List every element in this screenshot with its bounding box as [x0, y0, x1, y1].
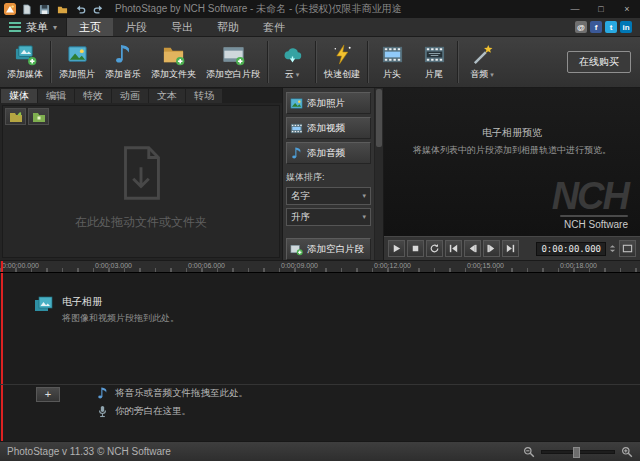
- panel-tab-text[interactable]: 文本: [149, 89, 185, 103]
- zoom-slider-thumb[interactable]: [573, 447, 580, 458]
- add-photo-button[interactable]: 添加照片: [286, 92, 371, 114]
- facebook-icon[interactable]: f: [590, 21, 602, 33]
- quick-create-button[interactable]: 快速创建: [319, 37, 365, 87]
- add-media-icon: [14, 43, 37, 66]
- add-audio-button[interactable]: 添加音频: [286, 142, 371, 164]
- main-menu-button[interactable]: 菜单 ▾: [0, 18, 67, 36]
- clip-actions-scrollbar[interactable]: [375, 88, 384, 260]
- zoom-in-icon[interactable]: [621, 446, 633, 458]
- timeline-ruler[interactable]: 0:00:00.000 0:00:03.000 0:00:06.000 0:00…: [0, 260, 640, 272]
- chevron-down-icon: ▾: [296, 71, 300, 79]
- undo-icon[interactable]: [73, 2, 88, 16]
- close-button[interactable]: ×: [614, 0, 640, 18]
- music-track[interactable]: 将音乐或音频文件拖拽至此处。: [96, 387, 248, 400]
- sort-field-select[interactable]: 名字 ▾: [286, 187, 371, 205]
- album-track-icon: [34, 295, 54, 315]
- add-blank-clip-button[interactable]: 添加空白片段: [201, 37, 265, 87]
- tab-clips[interactable]: 片段: [113, 18, 159, 36]
- photo-icon: [290, 97, 303, 110]
- toolbar-button-label: 片头: [383, 68, 401, 81]
- ruler-label: 0:00:09.000: [281, 262, 318, 269]
- new-project-icon[interactable]: [19, 2, 34, 16]
- add-folder-icon: [162, 43, 185, 66]
- cloud-button[interactable]: 云▾: [271, 37, 313, 87]
- album-track[interactable]: 电子相册 将图像和视频片段拖到此处。: [34, 295, 179, 325]
- hamburger-icon: [9, 22, 21, 32]
- drop-hint-text: 在此处拖动文件或文件夹: [75, 214, 207, 231]
- add-photos-button[interactable]: 添加照片: [54, 37, 100, 87]
- go-to-start-button[interactable]: [445, 240, 462, 257]
- toolbar-button-label: 快速创建: [324, 68, 360, 81]
- toolbar-button-label: 片尾: [425, 68, 443, 81]
- add-folder-button[interactable]: 添加文件夹: [146, 37, 201, 87]
- button-label: 添加视频: [307, 122, 345, 135]
- timeline-zoom-controls: [523, 446, 633, 458]
- tab-export[interactable]: 导出: [159, 18, 205, 36]
- add-blank-clip-small-button[interactable]: 添加空白片段: [286, 238, 371, 260]
- panel-tab-animation[interactable]: 动画: [112, 89, 148, 103]
- toolbar-separator: [367, 41, 369, 83]
- playhead[interactable]: [1, 273, 3, 441]
- button-label: 添加空白片段: [307, 243, 364, 256]
- add-photos-icon: [66, 43, 89, 66]
- panel-tab-media[interactable]: 媒体: [1, 89, 37, 103]
- twitter-icon[interactable]: t: [605, 21, 617, 33]
- stop-button[interactable]: [407, 240, 424, 257]
- sort-order-select[interactable]: 升序 ▾: [286, 208, 371, 226]
- add-video-button[interactable]: 添加视频: [286, 117, 371, 139]
- media-drop-zone[interactable]: 在此处拖动文件或文件夹: [3, 106, 279, 257]
- add-music-button[interactable]: 添加音乐: [100, 37, 146, 87]
- zoom-slider[interactable]: [541, 450, 615, 454]
- maximize-button[interactable]: □: [588, 0, 614, 18]
- redo-icon[interactable]: [91, 2, 106, 16]
- music-note-icon: [96, 387, 109, 400]
- panel-tab-effects[interactable]: 特效: [75, 89, 111, 103]
- credits-clip-button[interactable]: 片尾: [413, 37, 455, 87]
- credits-clip-icon: [423, 43, 446, 66]
- zoom-out-icon[interactable]: [523, 446, 535, 458]
- main-area: 媒体 编辑 特效 动画 文本 转场: [0, 88, 640, 260]
- buy-online-button[interactable]: 在线购买: [567, 51, 631, 73]
- quick-create-icon: [331, 43, 354, 66]
- save-icon[interactable]: [37, 2, 52, 16]
- microphone-icon: [96, 405, 109, 418]
- step-back-button[interactable]: [464, 240, 481, 257]
- timecode-spinner[interactable]: [608, 243, 617, 254]
- ruler-label: 0:00:03.000: [95, 262, 132, 269]
- tab-home[interactable]: 主页: [67, 18, 113, 36]
- fullscreen-button[interactable]: [619, 240, 636, 257]
- tab-help[interactable]: 帮助: [205, 18, 251, 36]
- add-track-button[interactable]: +: [36, 387, 60, 402]
- add-media-button[interactable]: 添加媒体: [2, 37, 48, 87]
- share-icon[interactable]: @: [575, 21, 587, 33]
- album-track-title: 电子相册: [62, 295, 179, 309]
- cloud-icon: [281, 43, 304, 66]
- ruler-label: 0:00:00.000: [2, 262, 39, 269]
- loop-button[interactable]: [426, 240, 443, 257]
- minimize-button[interactable]: —: [562, 0, 588, 18]
- preview-title: 电子相册预览: [384, 126, 640, 140]
- playhead-marker[interactable]: [1, 261, 3, 272]
- play-button[interactable]: [388, 240, 405, 257]
- audio-tools-button[interactable]: 音频▾: [461, 37, 503, 87]
- scrollbar-thumb[interactable]: [376, 89, 382, 147]
- go-to-end-button[interactable]: [502, 240, 519, 257]
- add-music-icon: [112, 43, 135, 66]
- photostage-window: PhotoStage by NCH Software - 未命名 - (未授权)…: [0, 0, 640, 461]
- preview-panel: 电子相册预览 将媒体列表中的片段添加到相册轨道中进行预览。 NCH NCH So…: [384, 88, 640, 260]
- linkedin-icon[interactable]: in: [620, 21, 632, 33]
- open-folder-icon[interactable]: [55, 2, 70, 16]
- window-controls: — □ ×: [562, 0, 640, 18]
- tab-suite[interactable]: 套件: [251, 18, 297, 36]
- album-track-hint: 将图像和视频片段拖到此处。: [62, 312, 179, 325]
- selected-value: 名字: [291, 190, 310, 203]
- step-forward-button[interactable]: [483, 240, 500, 257]
- panel-tab-edit[interactable]: 编辑: [38, 89, 74, 103]
- intro-clip-button[interactable]: 片头: [371, 37, 413, 87]
- button-label: 添加音频: [307, 147, 345, 160]
- panel-tab-transitions[interactable]: 转场: [186, 89, 222, 103]
- version-text: PhotoStage v 11.33 © NCH Software: [7, 446, 171, 457]
- narration-track[interactable]: 你的旁白在这里。: [96, 405, 191, 418]
- nch-watermark: NCH NCH Software: [552, 179, 628, 230]
- titlebar: PhotoStage by NCH Software - 未命名 - (未授权)…: [0, 0, 640, 18]
